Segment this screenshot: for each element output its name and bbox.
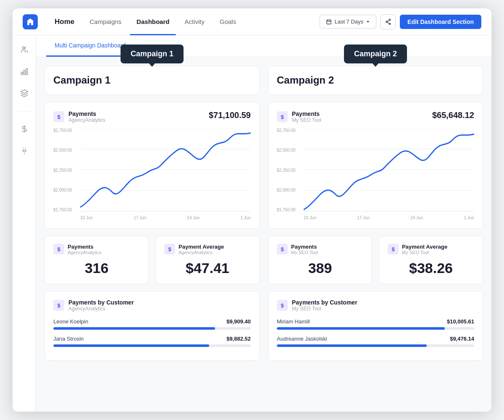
sidebar [13, 35, 36, 412]
campaign-1-title: Campaign 1 [53, 74, 251, 86]
edit-dashboard-button[interactable]: Edit Dashboard Section [400, 15, 481, 29]
stat-3-icon: $ [277, 244, 288, 255]
chart-1-x-labels: 10 Jun 17 Jun 24 Jun 1 Jun [80, 215, 251, 220]
customer-1-name-1: Jana Strosin [53, 336, 84, 342]
stat-4-name: Payment Average [402, 244, 447, 250]
svg-rect-8 [24, 71, 25, 75]
app-container: Home Campaigns Dashboard Activity Goals … [13, 8, 491, 412]
layers-icon[interactable] [18, 87, 30, 99]
customer-1-labels: Payments by Customer AgencyAnalytics [68, 299, 134, 312]
chart-2-x-labels: 10 Jun 17 Jun 24 Jun 1 Jun [304, 215, 474, 220]
customer-2-row-1: Audreanne Jaskolski $9,476.14 [277, 336, 474, 347]
stat-2-header: $ Payment Average AgencyAnalytics [164, 244, 251, 255]
nav-activity[interactable]: Activity [178, 15, 211, 29]
stat-1-sub: AgencyAnalytics [68, 250, 102, 255]
stat-card-1-payments: $ Payments AgencyAnalytics 316 [45, 236, 149, 284]
customer-2-bar-bg-0 [277, 327, 474, 330]
chart-card-2-sub: My SEO Tool [292, 117, 321, 123]
nav-right: Last 7 Days Edit Dashboard Section [320, 14, 481, 29]
chart-card-2-value: $65,648.12 [432, 110, 474, 120]
customer-2-icon: $ [277, 300, 288, 311]
share-button[interactable] [381, 14, 396, 29]
svg-rect-9 [26, 68, 27, 74]
dashboard-content: Campaign 1 Campaign 1 $ [36, 57, 491, 412]
payments-icon-1: $ [53, 111, 64, 122]
nav-goals[interactable]: Goals [213, 15, 243, 29]
stat-1-labels: Payments AgencyAnalytics [68, 244, 102, 255]
customer-2-labels: Payments by Customer My SEO Tool [292, 299, 357, 312]
stat-2-labels: Payment Average AgencyAnalytics [178, 244, 224, 255]
stat-3-header: $ Payments My SEO Tool [277, 244, 363, 255]
plug-icon[interactable] [18, 145, 30, 157]
campaign-2-stats-row: $ Payments My SEO Tool 389 [268, 236, 483, 284]
campaign-1-title-card: Campaign 1 [45, 66, 260, 95]
svg-point-3 [389, 23, 390, 24]
chart-card-2-name: Payments [292, 110, 321, 117]
main-content: Multi Campaign Dashboard ... Campaign 1 … [36, 35, 491, 412]
stat-3-name: Payments [291, 244, 318, 250]
campaign-2-tooltip: Campaign 2 [344, 45, 407, 63]
nav-logo[interactable] [23, 14, 38, 29]
payments-icon-2: $ [277, 111, 288, 122]
stat-2-icon: $ [164, 244, 175, 255]
chart-2-y-labels: $2,750.00 $2,500.00 $2,250.00 $2,000.00 … [277, 128, 296, 212]
customer-2-title: Payments by Customer [292, 299, 357, 306]
date-filter-button[interactable]: Last 7 Days [320, 15, 376, 29]
dashboard-tabs: Multi Campaign Dashboard ... [36, 35, 491, 57]
users-icon[interactable] [18, 44, 30, 55]
customer-1-bar-fill-1 [53, 344, 209, 347]
customer-2-name-0: Miriam Hamill [277, 318, 310, 325]
chart-card-2-title-group: $ Payments My SEO Tool [277, 110, 321, 123]
stat-4-value: $38.26 [388, 260, 474, 276]
customer-1-sub: AgencyAnalytics [68, 306, 134, 312]
stat-4-labels: Payment Average My SEO Tool [402, 244, 447, 255]
campaign-1-customers-card: $ Payments by Customer AgencyAnalytics L… [45, 291, 260, 361]
nav-campaigns[interactable]: Campaigns [83, 15, 128, 29]
top-nav: Home Campaigns Dashboard Activity Goals … [13, 8, 491, 35]
customer-1-bar-bg-0 [53, 327, 251, 330]
customer-2-header: $ Payments by Customer My SEO Tool [277, 299, 474, 312]
stat-4-sub: My SEO Tool [402, 250, 447, 255]
date-filter-label: Last 7 Days [334, 18, 363, 25]
customer-2-val-1: $9,476.14 [450, 336, 474, 342]
customer-2-bar-bg-1 [277, 344, 474, 347]
customer-1-name-0: Leone Koelpin [53, 318, 88, 325]
svg-rect-7 [21, 72, 22, 75]
customer-2-row-0: Miriam Hamill $10,005.61 [277, 318, 474, 330]
customer-1-icon: $ [53, 300, 64, 311]
customer-1-val-1: $9,882.52 [226, 336, 251, 342]
stat-2-name: Payment Average [178, 244, 224, 250]
campaign-2-col: Campaign 2 Campaign 2 $ [268, 66, 483, 361]
dollar-icon[interactable] [18, 123, 30, 135]
stat-card-2-avg: $ Payment Average My SEO Tool $38.26 [379, 236, 483, 284]
nav-dashboard[interactable]: Dashboard [130, 15, 176, 29]
campaign-2-customers-card: $ Payments by Customer My SEO Tool Miria… [268, 291, 483, 361]
campaign-2-title: Campaign 2 [277, 74, 474, 86]
stat-1-icon: $ [53, 244, 64, 255]
customer-2-val-0: $10,005.61 [447, 318, 474, 325]
customer-2-sub: My SEO Tool [292, 306, 357, 312]
chart-1-area: $2,750.00 $2,500.00 $2,250.00 $2,000.00 … [53, 128, 251, 220]
chart-card-1-name: Payments [68, 110, 105, 117]
sidebar-divider [18, 111, 31, 111]
campaign-1-chart-card: $ Payments AgencyAnalytics $71,100.59 [45, 102, 260, 229]
customer-1-row-1: Jana Strosin $9,882.52 [53, 336, 251, 347]
campaign-1-tooltip: Campaign 1 [121, 45, 184, 63]
chart-bar-icon[interactable] [18, 66, 30, 77]
svg-point-6 [22, 47, 24, 49]
customer-2-bar-fill-0 [277, 327, 445, 330]
campaign-2-title-card: Campaign 2 [268, 66, 483, 95]
chart-card-1-title-group: $ Payments AgencyAnalytics [53, 110, 105, 123]
chart-2-svg [304, 128, 474, 214]
stat-4-header: $ Payment Average My SEO Tool [388, 244, 474, 255]
chart-2-area: $2,750.00 $2,500.00 $2,250.00 $2,000.00 … [277, 128, 474, 220]
campaign-1-stats-row: $ Payments AgencyAnalytics 316 [45, 236, 260, 284]
chart-card-1-labels: Payments AgencyAnalytics [68, 110, 105, 123]
chart-1-y-labels: $2,750.00 $2,500.00 $2,250.00 $2,000.00 … [53, 128, 72, 212]
nav-home[interactable]: Home [48, 14, 81, 29]
customer-1-title: Payments by Customer [68, 299, 134, 306]
customer-2-bar-fill-1 [277, 344, 427, 347]
stat-2-sub: AgencyAnalytics [178, 250, 224, 255]
stat-1-name: Payments [68, 244, 102, 250]
customer-1-header: $ Payments by Customer AgencyAnalytics [53, 299, 251, 312]
